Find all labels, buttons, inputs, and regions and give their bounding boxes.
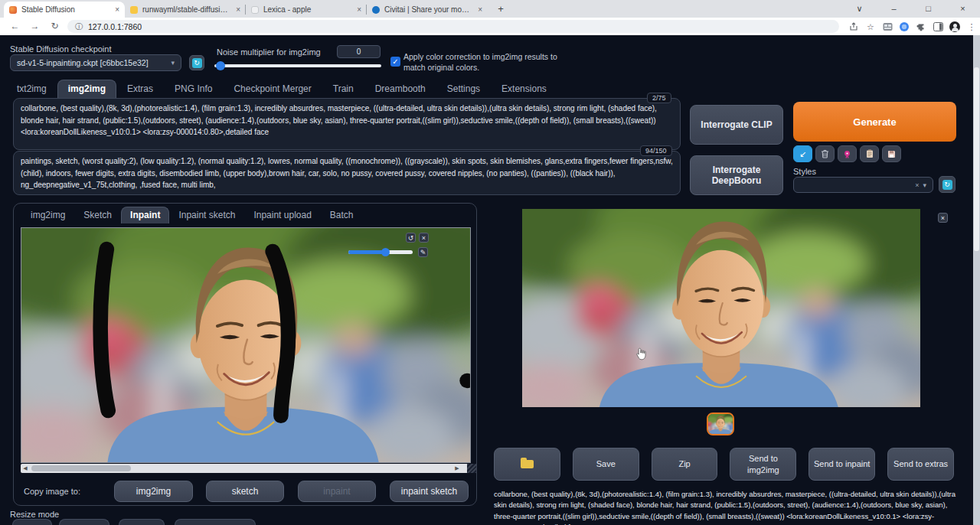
scroll-right-icon[interactable]: ▶ — [452, 464, 462, 473]
bookmark-star-icon[interactable]: ☆ — [864, 20, 877, 34]
extensions-puzzle-icon[interactable] — [914, 20, 928, 34]
interrogate-deepbooru-button[interactable]: Interrogate DeepBooru — [690, 155, 783, 195]
page-scrollbar[interactable] — [973, 35, 980, 525]
address-bar[interactable]: ⓘ 127.0.0.1:7860 — [67, 20, 839, 33]
slider-thumb[interactable] — [381, 248, 390, 256]
window-close-button[interactable]: × — [946, 0, 980, 18]
window-minimize-button[interactable]: – — [877, 0, 911, 18]
clear-prompt-trash-icon[interactable] — [815, 145, 835, 162]
profile-avatar[interactable] — [948, 20, 962, 34]
folder-icon — [521, 460, 534, 468]
copy-to-inpaint-button[interactable]: inpaint — [298, 481, 376, 502]
clear-image-icon[interactable]: × — [419, 233, 429, 243]
tab-img2img-inner[interactable]: img2img — [21, 207, 74, 223]
styles-label: Styles — [793, 167, 816, 176]
tab-close-icon[interactable]: × — [236, 5, 240, 14]
scroll-left-icon[interactable]: ◀ — [21, 464, 30, 473]
tab-extensions[interactable]: Extensions — [491, 80, 557, 98]
brush-size-slider[interactable] — [348, 248, 413, 256]
styles-dropdown[interactable]: × ▾ — [793, 177, 933, 193]
tab-train[interactable]: Train — [322, 80, 364, 98]
resize-mode-option[interactable] — [59, 519, 109, 525]
tab-close-icon[interactable]: × — [115, 5, 119, 14]
tab-inpaint-sketch[interactable]: Inpaint sketch — [169, 207, 244, 223]
negative-prompt-textarea[interactable]: paintings, sketch, (worst quality:2), (l… — [13, 151, 681, 195]
read-params-arrow-icon[interactable]: ↙ — [793, 145, 812, 162]
browser-tab-civitai[interactable]: Civitai | Share your models × — [367, 2, 488, 18]
tab-png-info[interactable]: PNG Info — [164, 80, 223, 98]
new-tab-button[interactable]: + — [494, 2, 508, 16]
tab-close-icon[interactable]: × — [357, 5, 361, 14]
tab-inpaint-upload[interactable]: Inpaint upload — [244, 207, 320, 223]
save-button[interactable]: Save — [573, 448, 639, 481]
tab-extras[interactable]: Extras — [116, 80, 164, 98]
tab-close-icon[interactable]: × — [478, 5, 482, 14]
menu-dots-icon[interactable]: ⋮ — [965, 20, 978, 34]
copy-to-sketch-button[interactable]: sketch — [206, 481, 284, 502]
tab-checkpoint-merger[interactable]: Checkpoint Merger — [223, 80, 322, 98]
scrollbar-thumb[interactable] — [31, 465, 131, 471]
canvas-horizontal-scrollbar[interactable]: ◀ ▶ — [21, 464, 471, 473]
resize-mode-option[interactable] — [175, 519, 256, 525]
noise-multiplier-slider[interactable] — [214, 61, 381, 70]
resize-mode-option[interactable] — [12, 519, 52, 525]
window-menu-icon[interactable]: ∨ — [842, 0, 877, 18]
forward-icon[interactable]: → — [28, 19, 42, 34]
noise-multiplier-value[interactable]: 0 — [337, 45, 381, 58]
undo-icon[interactable]: ↺ — [406, 233, 416, 243]
close-gallery-icon[interactable]: × — [938, 213, 948, 223]
blue-extension-icon[interactable] — [897, 20, 911, 34]
copy-to-img2img-button[interactable]: img2img — [114, 481, 193, 502]
copy-to-inpaint-sketch-button[interactable]: inpaint sketch — [390, 481, 469, 502]
side-panel-icon[interactable] — [931, 20, 945, 34]
tab-inpaint[interactable]: Inpaint — [121, 207, 169, 223]
site-info-icon[interactable]: ⓘ — [75, 21, 83, 32]
tab-batch[interactable]: Batch — [321, 207, 363, 223]
browser-tab-lexica[interactable]: Lexica - apple × — [246, 2, 367, 18]
gallery-thumbnail[interactable] — [707, 412, 734, 435]
checkpoint-label: Stable Diffusion checkpoint — [10, 44, 112, 54]
checkpoint-refresh-button[interactable]: ↻ — [189, 55, 204, 70]
civitai-favicon — [372, 6, 380, 14]
generate-button[interactable]: Generate — [793, 102, 956, 142]
extra-networks-icon[interactable] — [838, 145, 857, 162]
slider-thumb[interactable] — [216, 61, 225, 70]
tab-img2img[interactable]: img2img — [57, 80, 116, 98]
back-icon[interactable]: ← — [8, 19, 22, 34]
browser-tab-stable-diffusion[interactable]: Stable Diffusion × — [4, 2, 125, 18]
tab-txt2img[interactable]: txt2img — [6, 80, 57, 98]
send-to-img2img-button[interactable]: Send to img2img — [730, 448, 796, 481]
window-maximize-button[interactable]: □ — [911, 0, 946, 18]
browser-toolbar: ← → ↻ ⓘ 127.0.0.1:7860 ☆ ⋮ — [0, 18, 980, 35]
result-photo — [522, 209, 920, 407]
screen: Stable Diffusion × runwayml/stable-diffu… — [0, 0, 980, 525]
tab-settings[interactable]: Settings — [436, 80, 491, 98]
checkpoint-dropdown[interactable]: sd-v1-5-inpainting.ckpt [c6bbc15e32] ▾ — [10, 54, 181, 71]
open-folder-button[interactable] — [494, 448, 560, 481]
send-to-inpaint-button[interactable]: Send to inpaint — [808, 448, 875, 481]
browser-tab-huggingface[interactable]: runwayml/stable-diffusion-inpa × — [125, 2, 246, 18]
apply-style-clipboard-icon[interactable] — [860, 145, 879, 162]
canvas-resize-grip[interactable] — [467, 464, 476, 473]
save-style-floppy-icon[interactable] — [882, 145, 901, 162]
zip-button[interactable]: Zip — [652, 448, 718, 481]
prompt-textarea[interactable]: collarbone, (best quality),(8k, 3d),(pho… — [13, 98, 681, 150]
interrogate-clip-button[interactable]: Interrogate CLIP — [690, 105, 783, 145]
styles-refresh-button[interactable]: ↻ — [939, 176, 956, 193]
send-to-extras-button[interactable]: Send to extras — [887, 448, 954, 481]
chevron-down-icon: ▾ — [923, 181, 926, 189]
extension-grid-icon[interactable] — [880, 20, 894, 34]
color-correction-checkbox[interactable]: ✓ — [390, 57, 400, 67]
reload-icon[interactable]: ↻ — [47, 19, 62, 34]
brush-icon[interactable]: ✎ — [418, 247, 428, 257]
tab-dreambooth[interactable]: Dreambooth — [364, 80, 436, 98]
result-image[interactable] — [522, 209, 920, 407]
page-scrollbar-thumb[interactable] — [974, 67, 979, 251]
resize-mode-option[interactable] — [119, 519, 165, 525]
share-icon[interactable] — [847, 20, 861, 34]
tab-sketch[interactable]: Sketch — [74, 207, 121, 223]
tab-title: Civitai | Share your models — [384, 5, 473, 14]
clear-icon[interactable]: × — [915, 181, 919, 189]
mouse-hand-cursor — [636, 347, 646, 364]
inpaint-canvas[interactable]: ↺ × ✎ — [21, 227, 471, 463]
